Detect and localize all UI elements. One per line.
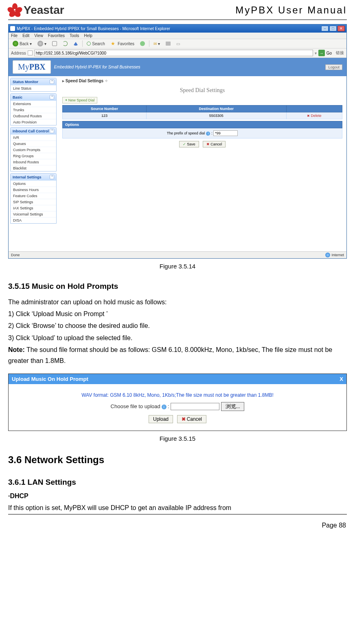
ie-toolbar: Back ▾ ▾ Search ★Favorites ✉▾ ▭ xyxy=(9,39,346,48)
pin-icon: ✧ xyxy=(105,79,108,83)
print-icon xyxy=(166,42,171,46)
panel-title: Internal Settings xyxy=(13,175,42,179)
sidebar-item-iax-settings[interactable]: IAX Settings xyxy=(11,205,56,211)
panel-title: Basic xyxy=(13,95,22,99)
panel-internal: Internal Settings˄ Options Business Hour… xyxy=(10,173,57,224)
panel-basic: Basic˄ Extensions Trunks Outbound Routes… xyxy=(10,93,57,125)
sidebar-item-disa[interactable]: DISA xyxy=(11,217,56,223)
back-icon xyxy=(13,41,18,46)
mypbx-main: ▸ Speed Dial Settings ✧ Speed Dial Setti… xyxy=(58,76,346,251)
sidebar-item-business-hours[interactable]: Business Hours xyxy=(11,187,56,193)
file-path-input[interactable] xyxy=(171,403,219,410)
collapse-icon[interactable]: ˄ xyxy=(50,129,54,133)
upload-button[interactable]: Upload xyxy=(149,415,173,423)
mail-button[interactable]: ✉▾ xyxy=(152,41,162,46)
ie-address-bar: Address ▾ → Go 链接 xyxy=(9,48,346,58)
prefix-label: The prefix of speed dial xyxy=(167,131,205,135)
logout-button[interactable]: Logout xyxy=(325,64,342,70)
page-icon xyxy=(28,51,33,55)
sidebar-item-options[interactable]: Options xyxy=(11,180,56,187)
go-button[interactable]: → xyxy=(318,50,325,56)
stop-button[interactable] xyxy=(50,41,59,46)
collapse-icon[interactable]: ˄ xyxy=(50,175,54,179)
menu-view[interactable]: View xyxy=(34,33,43,38)
logo-text: Yeastar xyxy=(24,4,64,17)
mail-icon: ✉ xyxy=(153,42,157,46)
address-input[interactable] xyxy=(34,50,313,56)
document-title: MyPBX User Manual xyxy=(235,4,347,16)
edit-icon: ▭ xyxy=(176,42,180,46)
options-row: The prefix of speed diali: xyxy=(62,128,342,138)
search-button[interactable]: Search xyxy=(85,41,107,46)
favorites-button[interactable]: ★Favorites xyxy=(109,40,136,47)
prefix-input[interactable] xyxy=(213,130,238,136)
new-speed-dial-button[interactable]: New Speed Dial xyxy=(62,97,97,103)
edit-button[interactable]: ▭ xyxy=(175,41,182,46)
breadcrumb: ▸ Speed Dial Settings ✧ xyxy=(62,79,342,83)
panel-status-monitor: Status Monitor˄ Line Status xyxy=(10,78,57,92)
mypbx-logo: MyPBX xyxy=(13,60,51,74)
maximize-button[interactable]: □ xyxy=(329,26,337,31)
forward-button[interactable]: ▾ xyxy=(36,40,48,47)
col-source-number: Source Number xyxy=(63,106,147,112)
search-icon xyxy=(87,42,91,46)
home-button[interactable] xyxy=(72,42,80,46)
back-button[interactable]: Back ▾ xyxy=(11,40,33,47)
address-label: Address xyxy=(11,51,26,55)
note-label: Note: xyxy=(8,346,25,353)
minimize-button[interactable]: – xyxy=(321,26,329,31)
cell-destination: 5503305 xyxy=(147,112,287,119)
menu-tools[interactable]: Tools xyxy=(70,33,79,38)
info-icon[interactable]: i xyxy=(206,132,210,136)
sidebar-item-ring-groups[interactable]: Ring Groups xyxy=(11,153,56,159)
sidebar-item-trunks[interactable]: Trunks xyxy=(11,107,56,113)
collapse-icon[interactable]: ˄ xyxy=(50,95,54,99)
screenshot-upload-dialog: Upload Music On Hold Prompt X WAV format… xyxy=(8,374,347,431)
step-2: 2) Click ‘Browse’ to choose the desired … xyxy=(8,320,347,331)
refresh-button[interactable] xyxy=(61,41,69,46)
options-header: Options xyxy=(62,121,342,128)
dialog-close-button[interactable]: X xyxy=(340,376,343,382)
collapse-icon[interactable]: ˄ xyxy=(50,79,54,84)
home-icon xyxy=(73,42,78,46)
panel-inbound: Inbound Call Control˄ IVR Queues Custom … xyxy=(10,127,57,171)
menu-edit[interactable]: Edit xyxy=(22,33,29,38)
cell-source: 123 xyxy=(63,112,147,119)
sidebar-item-queues[interactable]: Queues xyxy=(11,141,56,147)
delete-button[interactable]: Delete xyxy=(307,114,321,118)
sidebar-item-feature-codes[interactable]: Feature Codes xyxy=(11,193,56,199)
cancel-x-icon: ✖ xyxy=(182,416,186,422)
sidebar-item-voicemail-settings[interactable]: Voicemail Settings xyxy=(11,211,56,217)
sidebar-item-line-status[interactable]: Line Status xyxy=(11,85,56,91)
links-label[interactable]: 链接 xyxy=(336,50,344,56)
menu-help[interactable]: Help xyxy=(84,33,92,38)
step-1: 1) Click ‘Upload Music on Prompt ’ xyxy=(8,308,347,319)
print-button[interactable] xyxy=(164,41,172,46)
menu-file[interactable]: File xyxy=(11,33,18,38)
sidebar: Status Monitor˄ Line Status Basic˄ Exten… xyxy=(9,76,58,251)
star-icon: ★ xyxy=(111,41,116,46)
info-icon[interactable]: i xyxy=(162,404,167,409)
sidebar-item-outbound-routes[interactable]: Outbound Routes xyxy=(11,113,56,119)
media-button[interactable] xyxy=(138,41,147,46)
sidebar-item-sip-settings[interactable]: SIP Settings xyxy=(11,199,56,205)
refresh-icon xyxy=(63,41,68,46)
browse-button[interactable]: 浏览... xyxy=(221,402,245,411)
sidebar-item-auto-provision[interactable]: Auto Provision xyxy=(11,119,56,125)
sidebar-item-ivr[interactable]: IVR xyxy=(11,134,56,141)
sidebar-item-inbound-routes[interactable]: Inbound Routes xyxy=(11,159,56,165)
menu-favorites[interactable]: Favorites xyxy=(48,33,65,38)
cancel-button[interactable]: Cancel xyxy=(203,141,226,147)
cancel-button[interactable]: ✖Cancel xyxy=(177,415,206,423)
tagline: Embedded Hybrid IP-PBX for Small Busines… xyxy=(54,65,326,69)
sidebar-item-extensions[interactable]: Extensions xyxy=(11,101,56,107)
internet-zone-icon xyxy=(325,253,330,257)
sidebar-item-custom-prompts[interactable]: Custom Prompts xyxy=(11,147,56,153)
sidebar-item-blacklist[interactable]: Blacklist xyxy=(11,165,56,171)
save-button[interactable]: Save xyxy=(179,141,199,147)
speed-dial-table: Source Number Destination Number 123 550… xyxy=(62,105,342,119)
go-label: Go xyxy=(327,51,332,55)
status-left: Done xyxy=(11,253,325,257)
close-button[interactable]: ✕ xyxy=(337,26,345,31)
page-title: Speed Dial Settings xyxy=(62,87,342,94)
